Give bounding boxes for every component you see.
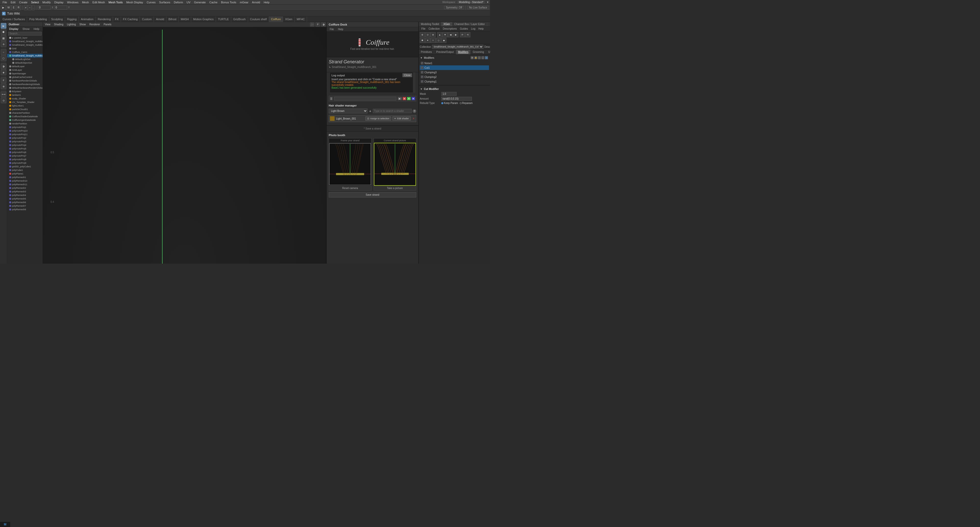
- toolbar-scale-btn[interactable]: R: [16, 5, 21, 11]
- tool-mirror[interactable]: ⬡: [1, 56, 6, 61]
- list-item[interactable]: polyRemesh2: [7, 186, 43, 190]
- menu-help[interactable]: Help: [262, 0, 271, 4]
- gen-tool-btn-1[interactable]: |: [330, 97, 332, 100]
- list-item[interactable]: defaultHardwareRenderGlobals: [7, 86, 43, 89]
- menu-display[interactable]: Display: [53, 0, 65, 4]
- menu-uv[interactable]: UV: [185, 0, 192, 4]
- outliner-tab-help[interactable]: Help: [32, 27, 41, 31]
- xgen-subtab-guides[interactable]: Guides: [458, 27, 469, 31]
- viewport-menu-lighting[interactable]: Lighting: [66, 23, 77, 26]
- list-item[interactable]: ikSystem: [7, 89, 43, 93]
- list-item[interactable]: polyRemesh3: [7, 190, 43, 193]
- tool-grid[interactable]: #: [1, 77, 6, 83]
- right-tab-xgen[interactable]: XGen: [442, 22, 452, 26]
- list-item[interactable]: lambert1: [7, 93, 43, 97]
- xgen-tool-5[interactable]: ▼: [442, 32, 448, 37]
- tab-grizbush[interactable]: GrizBrush: [231, 16, 248, 22]
- gen-tool-btn-color1[interactable]: ■: [403, 97, 406, 100]
- toolbar-input-y[interactable]: 0: [54, 6, 67, 10]
- gen-tool-btn-color3[interactable]: ■: [412, 97, 415, 100]
- xm-tab-modifiers[interactable]: Modifiers: [456, 50, 471, 54]
- list-item[interactable]: polyAutoProj6: [7, 150, 43, 154]
- mask-input[interactable]: [441, 92, 457, 96]
- xgen-tool-3[interactable]: ⊗: [431, 32, 436, 37]
- list-item[interactable]: polyRemesh7: [7, 204, 43, 208]
- list-item[interactable]: polyRemesh11: [7, 183, 43, 186]
- list-item[interactable]: particleCloud01: [7, 107, 43, 111]
- tool-move[interactable]: ✛: [1, 42, 6, 47]
- shader-dropdown[interactable]: Light Brown: [329, 109, 368, 113]
- save-strand-final-button[interactable]: Save strand: [329, 192, 416, 198]
- viewport-menu-panels[interactable]: Panels: [103, 23, 113, 26]
- tab-arnold[interactable]: Arnold: [154, 16, 166, 22]
- xgen-tool-13[interactable]: ◇: [436, 38, 441, 43]
- list-item[interactable]: polyAutoProj3: [7, 140, 43, 143]
- list-item[interactable]: UV_Template_Shader: [7, 101, 43, 104]
- menu-file[interactable]: File: [1, 0, 9, 4]
- list-item[interactable]: polyPlane1: [7, 172, 43, 176]
- reparam-radio-btn[interactable]: [460, 102, 462, 104]
- xgen-tool-6[interactable]: ◀: [448, 32, 453, 37]
- keep-radio-btn[interactable]: [441, 102, 443, 104]
- menu-deform[interactable]: Deform: [172, 0, 185, 4]
- list-item[interactable]: polyAutoProj2: [7, 136, 43, 140]
- modifiers-toggle[interactable]: ▼: [420, 56, 423, 59]
- tool-measure[interactable]: ⟷: [1, 91, 6, 97]
- xgen-subtab-log[interactable]: Log: [469, 27, 477, 31]
- viewport-menu-renderer[interactable]: Renderer: [88, 23, 101, 26]
- tab-motion-graphics[interactable]: Motion Graphics: [191, 16, 216, 22]
- xgen-tool-1[interactable]: ⊕: [420, 32, 425, 37]
- list-item[interactable]: polyAutoProj9: [7, 161, 43, 165]
- menu-cache[interactable]: Cache: [208, 0, 219, 4]
- log-close-button[interactable]: Close: [402, 73, 412, 77]
- tab-xgen[interactable]: XGen: [283, 16, 294, 22]
- shader-help-button[interactable]: ?: [413, 109, 416, 113]
- xgen-tool-8[interactable]: ⟳: [460, 32, 465, 37]
- menu-mesh-tools[interactable]: Mesh Tools: [107, 0, 124, 4]
- tab-rigging[interactable]: Rigging: [65, 16, 79, 22]
- tool-snap[interactable]: ⊕: [1, 83, 6, 89]
- tab-sculpting[interactable]: Sculpting: [49, 16, 65, 22]
- mod-mgmt-lock[interactable]: 🔒: [474, 56, 477, 59]
- modifier-item-noise1[interactable]: ✓ Noise1: [420, 61, 489, 65]
- list-item[interactable]: CoiffureShaderDataNode: [7, 115, 43, 118]
- list-item[interactable]: defaultLightSet: [7, 57, 43, 61]
- xgen-tool-11[interactable]: ✦: [425, 38, 430, 43]
- outliner-search-input[interactable]: [8, 32, 41, 35]
- list-item[interactable]: polyRemesh10: [7, 179, 43, 183]
- cut1-checkbox[interactable]: ✓: [421, 66, 423, 69]
- toolbar-rotate-btn[interactable]: E: [11, 5, 16, 11]
- viewport-canvas[interactable]: 0.5 0.4 0.3 0.2 0.2 X Y Z: [43, 27, 326, 264]
- list-item[interactable]: polyRemesh6: [7, 201, 43, 204]
- mod-mgmt-eye[interactable]: 👁: [471, 56, 474, 59]
- noise1-checkbox[interactable]: ✓: [421, 62, 423, 64]
- list-item[interactable]: hardwareRenderGlobals: [7, 79, 43, 83]
- no-live-surface[interactable]: No Live Surface: [467, 6, 489, 9]
- tab-turtle[interactable]: TURTLE: [216, 16, 231, 22]
- list-item[interactable]: polyRemesh8: [7, 208, 43, 211]
- list-item[interactable]: lightLinker1: [7, 104, 43, 107]
- xgen-tool-7[interactable]: ▶: [453, 32, 458, 37]
- clumping3-checkbox[interactable]: ✓: [421, 71, 423, 73]
- tool-soft-select[interactable]: ○: [1, 49, 6, 55]
- list-item[interactable]: ▶ pasted_layer: [7, 36, 43, 40]
- list-item[interactable]: polyCube1: [7, 168, 43, 172]
- list-item[interactable]: polyRemesh5: [7, 197, 43, 201]
- list-item[interactable]: SmallStrand_Straight_multiBranch_001: [7, 40, 43, 43]
- tab-mfhc[interactable]: MFHC: [295, 16, 307, 22]
- right-tab-channel[interactable]: Channel Box / Layer Editor: [452, 22, 487, 26]
- list-item[interactable]: characterPartition: [7, 111, 43, 115]
- modifier-item-clumping2[interactable]: ✓ Clumping2: [420, 75, 489, 79]
- menu-bonus[interactable]: Bonus Tools: [220, 0, 238, 4]
- list-item[interactable]: polyAutoProj10: [7, 129, 43, 133]
- viewport-menu-shading[interactable]: Shading: [53, 23, 65, 26]
- list-item[interactable]: polyAutoProj11: [7, 133, 43, 136]
- list-item[interactable]: polyAutoProj1: [7, 125, 43, 129]
- tab-couture[interactable]: Couture shelf: [248, 16, 269, 22]
- tab-fx[interactable]: FX: [113, 16, 121, 22]
- xgen-subtab-collection[interactable]: Collection: [427, 27, 441, 31]
- list-item[interactable]: defaultObjectSet: [7, 61, 43, 65]
- tool-lasso[interactable]: ▦: [1, 35, 6, 41]
- list-item[interactable]: scalp_Shader: [7, 97, 43, 101]
- clumping2-checkbox[interactable]: ✓: [421, 76, 423, 78]
